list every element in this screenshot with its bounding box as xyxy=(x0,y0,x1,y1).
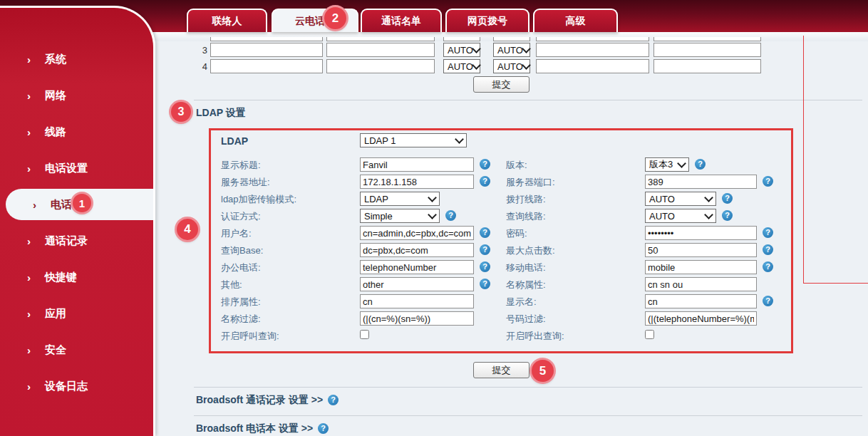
field-input[interactable] xyxy=(360,226,474,240)
table-cell-input[interactable] xyxy=(326,59,435,73)
table-cell-input[interactable] xyxy=(653,59,761,73)
table-cell-input[interactable] xyxy=(536,59,649,73)
section-divider xyxy=(194,100,862,100)
sidebar-item-8[interactable]: ›应用 xyxy=(0,298,153,329)
ldap-submit-button[interactable]: 提交 xyxy=(473,362,529,378)
clipped-row-cell xyxy=(443,37,480,41)
help-icon[interactable]: ? xyxy=(763,261,773,272)
table-cell-input[interactable] xyxy=(210,43,323,57)
table-submit-button[interactable]: 提交 xyxy=(473,76,529,93)
field-input[interactable] xyxy=(360,243,474,257)
help-icon[interactable]: ? xyxy=(722,210,733,221)
help-icon[interactable]: ? xyxy=(763,176,773,187)
table-line-select-value: AUTO xyxy=(497,45,523,56)
sidebar: ›系统›网络›线路›电话设置›电话本›通话记录›快捷键›应用›安全›设备日志 xyxy=(0,6,155,436)
field-label: 名称属性: xyxy=(506,279,546,291)
sidebar-item-7[interactable]: ›快捷键 xyxy=(0,261,153,293)
table-line-select[interactable]: AUTO xyxy=(443,43,480,57)
field-select[interactable]: AUTO xyxy=(645,192,716,206)
sidebar-item-1[interactable]: ›系统 xyxy=(0,43,153,75)
page: 联络人云电话本通话名单网页拨号高级 ›系统›网络›线路›电话设置›电话本›通话记… xyxy=(0,0,868,436)
field-label: 密码: xyxy=(506,227,527,240)
chevron-down-icon xyxy=(522,44,531,53)
field-label: 显示名: xyxy=(506,296,537,308)
field-input[interactable] xyxy=(360,277,474,291)
table-line-select[interactable]: AUTO xyxy=(493,59,530,73)
field-label: 号码过滤: xyxy=(506,313,546,326)
chevron-down-icon xyxy=(704,210,713,219)
chevron-right-icon: › xyxy=(27,90,31,102)
tab-label: 通话名单 xyxy=(381,15,421,28)
sidebar-item-6[interactable]: ›通话记录 xyxy=(0,225,153,256)
field-select-value: Simple xyxy=(364,211,393,222)
field-select[interactable]: AUTO xyxy=(645,209,716,223)
field-input[interactable] xyxy=(645,277,757,291)
help-icon[interactable]: ? xyxy=(480,159,490,170)
help-icon[interactable]: ? xyxy=(480,261,490,272)
field-checkbox[interactable] xyxy=(360,330,369,339)
sidebar-item-10[interactable]: ›设备日志 xyxy=(0,370,153,402)
help-icon[interactable]: ? xyxy=(722,193,733,204)
annotation-badge-4: 4 xyxy=(177,219,198,240)
sidebar-item-9[interactable]: ›安全 xyxy=(0,334,153,365)
table-cell-input[interactable] xyxy=(536,43,649,57)
field-input[interactable] xyxy=(360,157,474,172)
field-input[interactable] xyxy=(645,226,757,240)
tab-5[interactable]: 高级 xyxy=(533,9,618,32)
field-label: 用户名: xyxy=(221,227,252,240)
help-icon[interactable]: ? xyxy=(763,244,773,255)
field-select[interactable]: LDAP xyxy=(360,192,440,206)
table-line-select-value: AUTO xyxy=(448,61,473,72)
help-icon[interactable]: ? xyxy=(480,176,490,187)
sidebar-item-label: 应用 xyxy=(45,307,66,321)
sidebar-item-4[interactable]: ›电话设置 xyxy=(0,152,153,184)
tab-1[interactable]: 联络人 xyxy=(187,9,267,32)
field-input[interactable] xyxy=(360,311,474,326)
field-input[interactable] xyxy=(645,294,757,308)
field-label: 办公电话: xyxy=(221,261,261,274)
field-select[interactable]: 版本3 xyxy=(645,157,689,172)
table-cell-input[interactable] xyxy=(653,43,761,57)
field-input[interactable] xyxy=(360,175,474,189)
sidebar-item-label: 通话记录 xyxy=(45,234,88,248)
field-input[interactable] xyxy=(645,260,757,274)
tab-3[interactable]: 通话名单 xyxy=(361,9,442,32)
field-input[interactable] xyxy=(360,294,474,308)
annotation-badge-2: 2 xyxy=(324,7,346,29)
help-icon[interactable]: ? xyxy=(763,296,773,306)
tab-4[interactable]: 网页拨号 xyxy=(445,9,529,32)
ldap-profile-select-value: LDAP 1 xyxy=(364,135,396,146)
sidebar-item-2[interactable]: ›网络 xyxy=(0,80,153,111)
chevron-right-icon: › xyxy=(33,199,36,211)
field-label: ldap加密传输模式: xyxy=(221,193,296,206)
ldap-profile-select[interactable]: LDAP 1 xyxy=(360,133,467,147)
table-cell-input[interactable] xyxy=(326,43,435,57)
sidebar-item-3[interactable]: ›线路 xyxy=(0,116,153,147)
help-icon[interactable]: ? xyxy=(695,159,706,170)
table-line-select[interactable]: AUTO xyxy=(443,59,480,73)
field-input[interactable] xyxy=(360,260,474,274)
table-line-select-value: AUTO xyxy=(448,45,473,56)
field-input[interactable] xyxy=(645,175,757,189)
chevron-down-icon xyxy=(472,44,481,53)
field-label: 查询线路: xyxy=(506,210,546,223)
help-icon[interactable]: ? xyxy=(328,395,339,405)
field-select[interactable]: Simple xyxy=(360,209,440,223)
broadsoft-phonebook-header[interactable]: Broadsoft 电话本 设置 >>? xyxy=(196,422,329,435)
field-input[interactable] xyxy=(645,311,757,326)
help-icon[interactable]: ? xyxy=(763,227,773,238)
chevron-down-icon xyxy=(472,61,481,70)
help-icon[interactable]: ? xyxy=(445,210,456,221)
help-icon[interactable]: ? xyxy=(318,423,329,434)
chevron-down-icon xyxy=(522,61,531,70)
table-cell-input[interactable] xyxy=(210,59,323,73)
chevron-down-icon xyxy=(704,193,713,202)
table-line-select[interactable]: AUTO xyxy=(493,43,530,57)
help-icon[interactable]: ? xyxy=(480,244,490,255)
help-icon[interactable]: ? xyxy=(480,227,490,238)
field-checkbox[interactable] xyxy=(645,330,654,339)
field-input[interactable] xyxy=(645,243,757,257)
broadsoft-calllog-header[interactable]: Broadsoft 通话记录 设置 >>? xyxy=(196,394,339,407)
help-icon[interactable]: ? xyxy=(480,279,490,289)
table-row-index: 3 xyxy=(197,45,207,56)
